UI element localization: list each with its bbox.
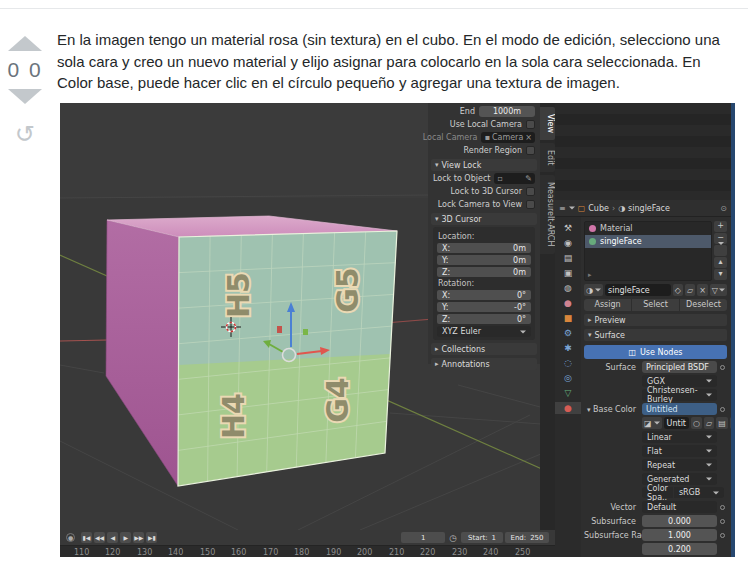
projection-dropdown[interactable]: Flat <box>642 445 717 457</box>
browse-image-button[interactable]: ◪ <box>642 417 662 429</box>
previous-frame-button[interactable]: ◀ <box>107 532 118 543</box>
outliner-panel[interactable] <box>555 103 731 200</box>
annotations-panel-header[interactable]: ▸ Annotations <box>431 358 537 370</box>
stopwatch-icon[interactable]: ◷ <box>449 533 457 543</box>
move-slot-down-button[interactable]: ▾ <box>714 269 727 280</box>
editor-type-icon[interactable]: ≡ <box>559 204 566 213</box>
assign-button[interactable]: Assign <box>584 299 631 311</box>
upvote-icon[interactable] <box>8 36 42 51</box>
interpolation-dropdown[interactable]: Linear <box>642 431 717 443</box>
material-slot-list[interactable]: Material singleFace ▸ <box>584 221 712 281</box>
tab-edit[interactable]: Edit <box>540 143 555 173</box>
physics-properties-icon[interactable]: ◌ <box>555 357 581 369</box>
vector-dropdown[interactable]: Default <box>642 501 717 513</box>
extension-dropdown[interactable]: Repeat <box>642 459 717 471</box>
breadcrumb-material[interactable]: singleFace <box>628 204 670 213</box>
tab-measureit-arch[interactable]: MeasureIt-ARCH <box>540 175 555 253</box>
tool-properties-icon[interactable]: ⚒ <box>555 222 581 234</box>
render-region-checkbox[interactable] <box>526 146 535 155</box>
constraints-properties-icon[interactable]: ◎ <box>555 372 581 384</box>
pin-icon[interactable]: ⊙ <box>720 204 727 213</box>
timeline-ruler[interactable]: 110 120 130 140 150 160 170 180 190 200 … <box>60 545 555 557</box>
move-slot-up-button[interactable]: ▴ <box>714 257 727 268</box>
list-filter-toggle-icon[interactable]: ▸ <box>588 271 592 279</box>
image-copy-icon[interactable]: ▱ <box>704 417 714 429</box>
image-name-field[interactable]: Untit <box>664 417 689 429</box>
auto-keyframe-record-icon[interactable]: ● <box>66 533 75 542</box>
cursor-rot-x-field[interactable]: X:0° <box>437 290 531 300</box>
select-button[interactable]: Select <box>632 299 679 311</box>
material-properties-icon[interactable]: ● <box>555 402 581 414</box>
animate-dot[interactable] <box>717 533 727 538</box>
local-camera-field[interactable]: ▪ Camera × <box>481 132 535 143</box>
image-fake-user-icon[interactable]: ○ <box>691 417 702 429</box>
cursor-rot-y-field[interactable]: Y:-0° <box>437 302 531 312</box>
color-space-dropdown[interactable]: sRGB <box>674 487 724 498</box>
material-name-field[interactable]: singleFace <box>605 284 671 296</box>
particles-properties-icon[interactable]: ✱ <box>555 342 581 354</box>
rotation-mode-dropdown[interactable]: XYZ Euler <box>437 326 531 337</box>
ruler-tick: 110 <box>74 548 89 557</box>
lock-camera-view-checkbox[interactable] <box>526 200 535 209</box>
collections-panel-header[interactable]: ▸ Collections <box>431 343 537 355</box>
new-material-copy-icon[interactable]: ▱ <box>685 284 695 296</box>
animate-dot[interactable] <box>717 505 727 510</box>
deselect-button[interactable]: Deselect <box>680 299 727 311</box>
lock-to-object-field[interactable]: ▫ ✎ <box>494 173 535 184</box>
eyedropper-icon[interactable]: ✎ <box>525 174 532 183</box>
subsurface-slider[interactable]: 0.000 <box>642 515 717 527</box>
subsurface-radius-field-2[interactable]: 0.200 <box>642 543 717 555</box>
view-lock-header[interactable]: ▾ View Lock <box>431 159 537 171</box>
history-icon[interactable]: ↺ <box>15 122 35 146</box>
frame-end-field[interactable]: End:250 <box>505 532 549 543</box>
clip-end-field[interactable]: 1000m <box>479 106 535 117</box>
filter-funnel-icon[interactable]: ▽ <box>710 284 727 296</box>
unlink-material-icon[interactable]: × <box>697 284 708 296</box>
surface-panel-header[interactable]: ▾ Surface <box>584 329 727 341</box>
subsurface-radius-field-1[interactable]: 1.000 <box>642 529 717 541</box>
animate-dot[interactable] <box>717 407 727 412</box>
fake-user-shield-icon[interactable]: ◇ <box>673 284 683 296</box>
unlink-icon[interactable]: × <box>525 133 532 142</box>
browse-material-button[interactable]: ◑ <box>584 284 603 296</box>
cursor-y-field[interactable]: Y:0m <box>437 255 531 265</box>
animate-dot[interactable] <box>717 519 727 524</box>
world-properties-icon[interactable]: ● <box>555 297 581 309</box>
open-image-folder-icon[interactable]: ▤ <box>716 417 728 429</box>
material-slot-row[interactable]: Material <box>585 222 711 235</box>
object-data-properties-icon[interactable]: ▽ <box>555 387 581 399</box>
previous-keyframe-button[interactable]: ◀◀ <box>94 532 105 543</box>
jump-to-end-button[interactable]: ▶▮ <box>146 532 157 543</box>
output-properties-icon[interactable]: ▤ <box>555 252 581 264</box>
gizmo-plane-x[interactable] <box>277 326 282 333</box>
object-properties-icon[interactable]: ■ <box>555 312 581 324</box>
jump-to-start-button[interactable]: ▮◀ <box>81 532 92 543</box>
tab-view[interactable]: View <box>540 107 555 140</box>
cursor-rot-z-field[interactable]: Z:0° <box>437 314 531 324</box>
cursor-z-field[interactable]: Z:0m <box>437 267 531 277</box>
frame-start-field[interactable]: Start:1 <box>461 532 503 543</box>
use-local-camera-checkbox[interactable] <box>526 120 535 129</box>
base-color-image-field[interactable]: Untitled <box>642 403 717 415</box>
preview-panel-header[interactable]: ▸ Preview <box>584 314 727 326</box>
lock-3d-cursor-checkbox[interactable] <box>526 187 535 196</box>
gizmo-plane-y[interactable] <box>303 329 308 335</box>
use-nodes-button[interactable]: ◫ Use Nodes <box>584 345 727 359</box>
play-button[interactable]: ▶ <box>120 532 131 543</box>
render-properties-icon[interactable]: ◉ <box>555 237 581 249</box>
cursor-x-field[interactable]: X:0m <box>437 243 531 253</box>
next-keyframe-button[interactable]: ▶▶ <box>133 532 144 543</box>
modifier-properties-icon[interactable]: ⚙ <box>555 327 581 339</box>
view-layer-properties-icon[interactable]: ▣ <box>555 267 581 279</box>
downvote-icon[interactable] <box>8 89 42 104</box>
scene-properties-icon[interactable]: ◍ <box>555 282 581 294</box>
surface-shader-dropdown[interactable]: Principled BSDF <box>642 361 717 373</box>
material-slot-row-selected[interactable]: singleFace <box>585 235 711 248</box>
animate-dot[interactable] <box>717 365 727 370</box>
breadcrumb-object[interactable]: Cube <box>588 204 609 213</box>
current-frame-field[interactable]: 1 <box>401 532 445 543</box>
slot-specials-button[interactable] <box>714 245 727 256</box>
subsurface-method-dropdown[interactable]: Christensen-Burley <box>642 389 717 401</box>
add-slot-button[interactable]: + <box>714 221 727 232</box>
cursor-panel-header[interactable]: ▾ 3D Cursor <box>431 213 537 225</box>
